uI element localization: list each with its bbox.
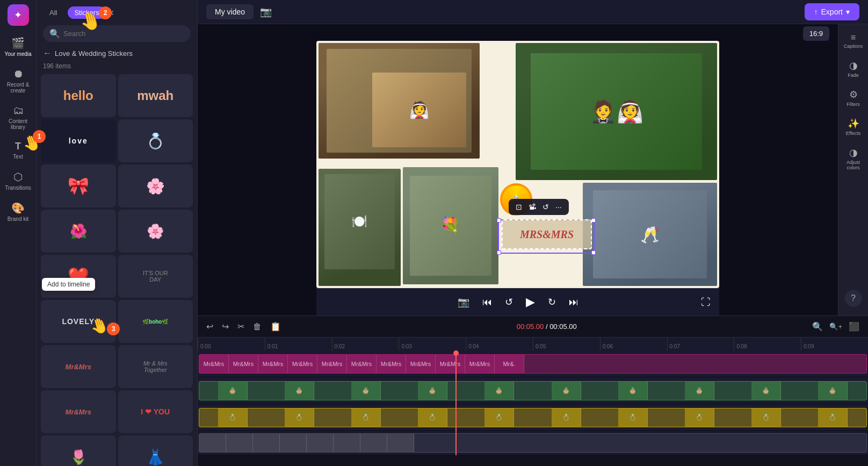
copy-btn[interactable]: 📋 <box>268 319 283 334</box>
tab-all[interactable]: All <box>43 6 63 19</box>
adjust-colors-label: Adjust colors <box>842 160 865 170</box>
undo-btn[interactable]: ↩ <box>204 319 215 334</box>
track-1-mrs[interactable]: Mr&Mrs Mr&Mrs Mr&Mrs Mr&Mrs Mr&Mrs Mr&Mr… <box>198 350 868 377</box>
export-button[interactable]: ↑ Export ▾ <box>805 3 859 20</box>
sticker-cell-17[interactable]: 🌷 <box>41 435 116 466</box>
forward-btn[interactable]: ↻ <box>546 294 558 310</box>
panel-nav-title: Love & Wedding Stickers <box>55 49 133 58</box>
gold-seg-1: 💍 <box>218 408 248 427</box>
sticker-cell-15[interactable]: Mr&Mrs <box>41 390 116 433</box>
ruler-1: 0:01 <box>265 338 332 350</box>
track-3-ring[interactable]: 💍 💍 💍 💍 💍 💍 💍 💍 💍 💍 <box>198 404 868 431</box>
cut-btn[interactable]: ✂ <box>235 319 247 334</box>
ruler-9: 0:09 <box>801 338 868 350</box>
panel-close-button[interactable]: ✕ <box>108 9 114 17</box>
adjust-colors-tool[interactable]: ◑ Adjust colors <box>840 142 867 175</box>
sidebar-item-brand-kit[interactable]: 🎨 Brand kit <box>2 197 34 226</box>
green-seg-2: 🎂 <box>285 381 314 400</box>
green-seg-4: 🎂 <box>418 381 447 400</box>
zoom-out-btn[interactable]: 🔍 <box>810 319 825 334</box>
zoom-in-btn[interactable]: 🔍+ <box>827 320 844 333</box>
sticker-cell-6[interactable]: 🌸 <box>118 164 193 207</box>
snapshot-icon[interactable]: 📷 <box>260 6 272 18</box>
skip-forward-btn[interactable]: ⏭ <box>567 295 581 310</box>
delete-btn[interactable]: 🗑 <box>251 320 264 334</box>
float-rotate-btn[interactable]: ↺ <box>540 201 552 213</box>
add-to-timeline-label: Add to timeline <box>42 278 95 291</box>
gold-seg-9: 💍 <box>751 408 781 427</box>
mrs-mrs-sticker[interactable]: MRS&MRS <box>502 219 592 249</box>
rewind-btn[interactable]: ↺ <box>503 294 515 310</box>
effects-tool[interactable]: ✨ Effects <box>840 113 867 140</box>
tab-stickers[interactable]: Stickers <box>68 6 105 19</box>
track-3-strip[interactable]: 💍 💍 💍 💍 💍 💍 💍 💍 💍 💍 <box>199 408 867 427</box>
green-seg-5: 🎂 <box>484 381 514 400</box>
sticker-cell-13[interactable]: Mr&Mrs ··· <box>41 345 116 388</box>
track-4-strip[interactable] <box>199 433 867 453</box>
sidebar-item-content-library[interactable]: 🗂 Content library <box>2 100 34 134</box>
sticker-cell-7[interactable]: 🌺 <box>41 210 116 253</box>
brand-kit-icon: 🎨 <box>11 202 25 214</box>
sticker-cell-3[interactable]: love <box>41 119 116 162</box>
fade-label: Fade <box>848 73 859 78</box>
sticker-cell-5[interactable]: 🎀 <box>41 164 116 207</box>
filters-tool[interactable]: ⚙ Filters <box>840 84 867 111</box>
sticker-float-toolbar: ⊡ 📽 ↺ ··· <box>509 199 569 215</box>
fullscreen-btn[interactable]: ⛶ <box>699 295 713 310</box>
help-button[interactable]: ? <box>845 290 862 307</box>
playback-controls: 📷 ⏮ ↺ ▶ ↻ ⏭ ⛶ <box>316 288 719 316</box>
sidebar-item-transitions[interactable]: ⬡ Transitions <box>2 166 34 195</box>
sidebar-item-label: Transitions <box>5 185 31 191</box>
sticker-cell-8[interactable]: 🌸 <box>118 210 193 253</box>
sticker-cell-1[interactable]: hello <box>41 74 116 117</box>
track-3-content: 💍 💍 💍 💍 💍 💍 💍 💍 💍 💍 <box>199 407 867 428</box>
sidebar-item-record-create[interactable]: ⏺ Record & create <box>2 63 34 98</box>
playback-screenshot-btn[interactable]: 📷 <box>455 294 472 310</box>
sticker-cell-18[interactable]: 👗 <box>118 435 193 466</box>
sticker-cell-14[interactable]: Mr & MrsTogether <box>118 345 193 388</box>
captions-tool[interactable]: ≡ Captions <box>840 28 867 53</box>
search-bar[interactable]: 🔍 <box>43 25 191 42</box>
play-pause-btn[interactable]: ▶ <box>524 293 537 311</box>
sticker-cell-11[interactable]: LOVELY <box>41 300 116 343</box>
aspect-ratio-button[interactable]: 16:9 <box>803 26 829 41</box>
track-seg-11: Mr&. <box>495 354 524 374</box>
sticker-cell-16[interactable]: I ❤ YOU <box>118 390 193 433</box>
sticker-cell-2[interactable]: mwah <box>118 74 193 117</box>
sticker-cell-10[interactable]: IT'S OURDAY <box>118 255 193 298</box>
track-2-strip[interactable]: 🎂 🎂 🎂 🎂 🎂 🎂 🎂 🎂 🎂 🎂 <box>199 381 867 400</box>
gold-seg-7: 💍 <box>618 408 648 427</box>
grey-seg-8 <box>387 433 414 453</box>
sidebar-item-label: Your media <box>4 51 31 57</box>
total-time: 00:05.00 <box>549 322 577 331</box>
grey-seg-4 <box>280 433 307 453</box>
float-more-btn[interactable]: ··· <box>553 201 565 213</box>
sidebar-item-text[interactable]: T Text <box>2 137 34 164</box>
search-input[interactable] <box>63 30 184 38</box>
skip-back-btn[interactable]: ⏮ <box>480 295 494 310</box>
track-seg-8: Mr&Mrs <box>406 354 436 374</box>
sticker-cell-4[interactable]: 💍 <box>118 119 193 162</box>
sidebar-item-your-media[interactable]: 🎬 Your media <box>2 32 34 61</box>
back-button[interactable]: ← <box>43 48 52 58</box>
float-crop-btn[interactable]: ⊡ <box>513 201 525 213</box>
filters-icon: ⚙ <box>849 89 858 101</box>
track-2-cake[interactable]: 🎂 🎂 🎂 🎂 🎂 🎂 🎂 🎂 🎂 🎂 <box>198 377 868 404</box>
sticker-cell-9[interactable]: ❤️ <box>41 255 116 298</box>
ruler-7: 0:07 <box>667 338 734 350</box>
timeline-ruler-wrap[interactable]: 0:00 0:01 0:02 0:03 0:04 0:05 0:06 0:07 … <box>198 338 868 466</box>
track-seg-7: Mr&Mrs <box>377 354 406 374</box>
fade-tool[interactable]: ◑ Fade <box>840 55 867 82</box>
timeline-expand-btn[interactable]: ⬛ <box>847 319 862 334</box>
ruler-0: 0:00 <box>198 338 265 350</box>
video-title-button[interactable]: My video <box>206 4 254 19</box>
sticker-cell-12[interactable]: 🌿boho🌿 <box>118 300 193 343</box>
photo-5: 🥂 <box>583 183 717 286</box>
track-4-video[interactable] <box>198 431 868 455</box>
playhead[interactable] <box>455 350 457 455</box>
track-1-strip[interactable]: Mr&Mrs Mr&Mrs Mr&Mrs Mr&Mrs Mr&Mrs Mr&Mr… <box>199 354 867 374</box>
adjust-colors-icon: ◑ <box>849 147 858 159</box>
float-video-btn[interactable]: 📽 <box>526 201 539 213</box>
sidebar-item-label: Text <box>13 154 23 160</box>
redo-btn[interactable]: ↪ <box>220 319 231 334</box>
